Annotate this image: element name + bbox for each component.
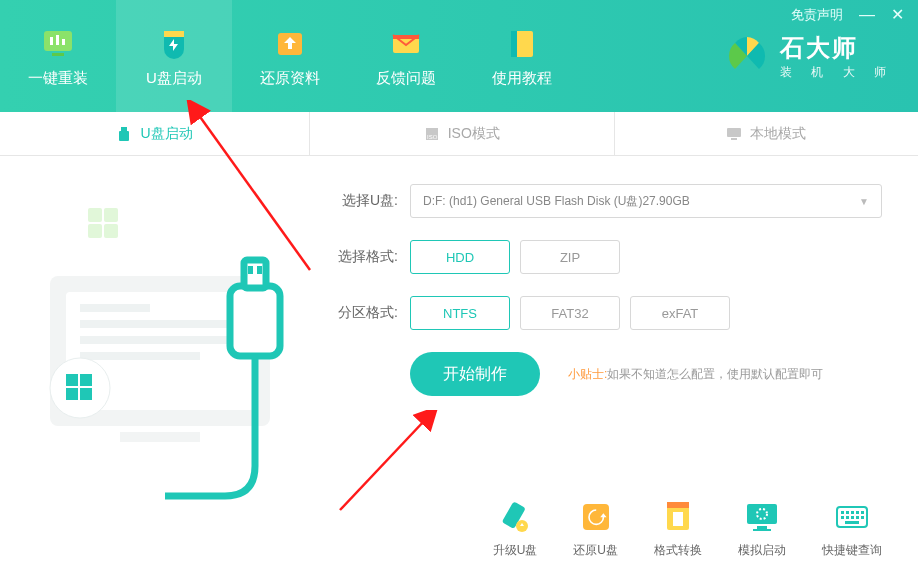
mode-tabs: U盘启动 ISO ISO模式 本地模式 — [0, 112, 918, 156]
tip-body: 如果不知道怎么配置，使用默认配置即可 — [607, 367, 823, 381]
illustration-panel — [0, 156, 310, 579]
tutorial-icon — [504, 25, 540, 61]
svg-rect-52 — [841, 516, 844, 519]
svg-rect-23 — [80, 320, 240, 328]
svg-rect-10 — [121, 127, 127, 131]
svg-rect-56 — [861, 516, 864, 519]
svg-rect-48 — [846, 511, 849, 514]
nav-usb-boot[interactable]: U盘启动 — [116, 0, 232, 112]
svg-rect-33 — [244, 260, 266, 288]
brand-text: 石大师 装 机 大 师 — [780, 32, 894, 81]
partition-fat32[interactable]: FAT32 — [520, 296, 620, 330]
chevron-down-icon: ▼ — [859, 196, 869, 207]
svg-rect-44 — [757, 526, 767, 529]
format-label: 选择格式: — [322, 248, 398, 266]
format-hdd[interactable]: HDD — [410, 240, 510, 274]
svg-rect-32 — [230, 286, 280, 356]
nav-label: 使用教程 — [492, 69, 552, 88]
row-partition: 分区格式: NTFS FAT32 exFAT — [322, 296, 882, 330]
svg-rect-35 — [257, 266, 262, 274]
tool-format-convert[interactable]: 格式转换 — [654, 498, 702, 559]
partition-options: NTFS FAT32 exFAT — [410, 296, 730, 330]
nav-restore[interactable]: 还原资料 — [232, 0, 348, 112]
svg-rect-25 — [80, 352, 200, 360]
tool-upgrade-usb[interactable]: 升级U盘 — [493, 498, 538, 559]
partition-ntfs[interactable]: NTFS — [410, 296, 510, 330]
svg-rect-4 — [52, 53, 64, 56]
tip-text: 小贴士:如果不知道怎么配置，使用默认配置即可 — [568, 366, 823, 383]
format-zip[interactable]: ZIP — [520, 240, 620, 274]
usb-icon — [116, 126, 132, 142]
svg-rect-7 — [393, 35, 419, 39]
svg-rect-26 — [120, 432, 200, 442]
svg-rect-18 — [88, 224, 102, 238]
svg-rect-31 — [80, 388, 92, 400]
svg-rect-30 — [66, 388, 78, 400]
nav-label: U盘启动 — [146, 69, 202, 88]
feedback-icon — [388, 25, 424, 61]
tab-usb-boot[interactable]: U盘启动 — [0, 112, 310, 155]
svg-rect-29 — [80, 374, 92, 386]
usb-illustration-icon — [0, 156, 310, 576]
upgrade-usb-icon — [496, 498, 534, 536]
partition-exfat[interactable]: exFAT — [630, 296, 730, 330]
tool-restore-usb[interactable]: 还原U盘 — [573, 498, 618, 559]
svg-rect-28 — [66, 374, 78, 386]
tab-label: U盘启动 — [140, 125, 192, 143]
app-header: 免责声明 — ✕ 一键重装 U盘启动 还原资料 反馈问题 — [0, 0, 918, 112]
usb-boot-icon — [156, 25, 192, 61]
svg-rect-57 — [845, 521, 859, 524]
monitor-icon — [726, 126, 742, 142]
svg-rect-45 — [753, 529, 771, 531]
svg-rect-53 — [846, 516, 849, 519]
svg-rect-2 — [56, 35, 59, 45]
bottom-tools: 升级U盘 还原U盘 格式转换 模拟启动 快捷键查询 — [493, 498, 882, 559]
brand: 石大师 装 机 大 师 — [726, 0, 894, 112]
iso-icon: ISO — [424, 126, 440, 142]
start-button[interactable]: 开始制作 — [410, 352, 540, 396]
tool-hotkeys[interactable]: 快捷键查询 — [822, 498, 882, 559]
nav-tutorial[interactable]: 使用教程 — [464, 0, 580, 112]
tool-label: 升级U盘 — [493, 542, 538, 559]
restore-icon — [272, 25, 308, 61]
nav-feedback[interactable]: 反馈问题 — [348, 0, 464, 112]
row-format: 选择格式: HDD ZIP — [322, 240, 882, 274]
brand-title: 石大师 — [780, 32, 894, 64]
tool-label: 模拟启动 — [738, 542, 786, 559]
tab-local[interactable]: 本地模式 — [615, 112, 919, 155]
svg-rect-9 — [511, 31, 517, 57]
nav-reinstall[interactable]: 一键重装 — [0, 0, 116, 112]
usb-select-value: D:F: (hd1) General USB Flash Disk (U盘)27… — [423, 193, 690, 210]
svg-rect-54 — [851, 516, 854, 519]
nav-label: 反馈问题 — [376, 69, 436, 88]
tool-simulate-boot[interactable]: 模拟启动 — [738, 498, 786, 559]
tip-prefix: 小贴士: — [568, 367, 607, 381]
svg-rect-34 — [248, 266, 253, 274]
format-convert-icon — [659, 498, 697, 536]
tool-label: 快捷键查询 — [822, 542, 882, 559]
svg-rect-41 — [673, 512, 683, 526]
brand-subtitle: 装 机 大 师 — [780, 64, 894, 81]
svg-rect-50 — [856, 511, 859, 514]
svg-rect-24 — [80, 336, 240, 344]
svg-rect-3 — [62, 39, 65, 45]
svg-text:ISO: ISO — [427, 134, 438, 140]
svg-rect-1 — [50, 37, 53, 45]
svg-rect-14 — [727, 128, 741, 137]
simulate-boot-icon — [743, 498, 781, 536]
svg-rect-42 — [747, 504, 777, 524]
tab-label: ISO模式 — [448, 125, 500, 143]
brand-logo-icon — [726, 35, 768, 77]
svg-rect-15 — [731, 138, 737, 140]
nav-label: 一键重装 — [28, 69, 88, 88]
svg-rect-55 — [856, 516, 859, 519]
tool-label: 格式转换 — [654, 542, 702, 559]
hotkeys-icon — [833, 498, 871, 536]
svg-rect-17 — [104, 208, 118, 222]
tab-iso[interactable]: ISO ISO模式 — [310, 112, 615, 155]
svg-rect-11 — [119, 131, 129, 141]
svg-rect-40 — [667, 502, 689, 508]
svg-rect-47 — [841, 511, 844, 514]
reinstall-icon — [40, 25, 76, 61]
usb-select[interactable]: D:F: (hd1) General USB Flash Disk (U盘)27… — [410, 184, 882, 218]
